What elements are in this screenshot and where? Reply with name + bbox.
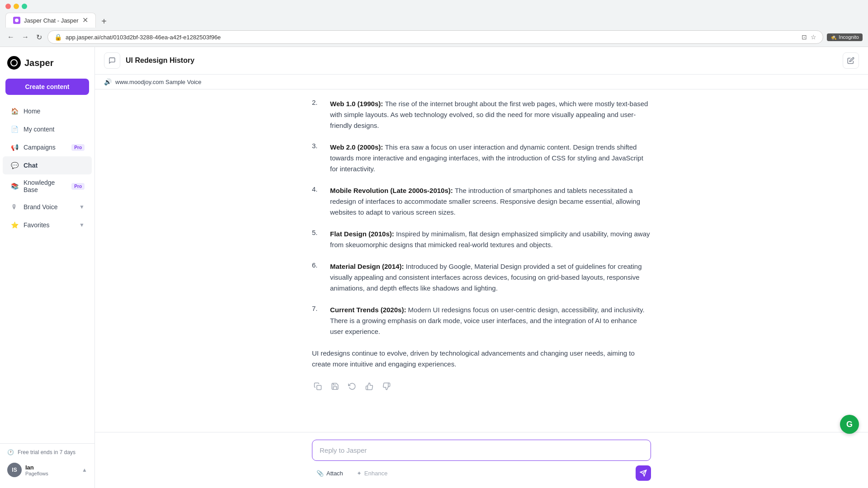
free-trial-notice: 🕐 Free trial ends in 7 days — [7, 449, 87, 455]
enhance-button[interactable]: ✦ Enhance — [352, 467, 392, 479]
create-content-button[interactable]: Create content — [5, 79, 89, 95]
item-title: Current Trends (2020s): — [330, 306, 408, 314]
user-avatar: IS — [7, 463, 22, 477]
header-left: UI Redesign History — [104, 52, 194, 69]
forward-button[interactable]: → — [20, 31, 31, 43]
retry-button[interactable] — [346, 380, 358, 394]
user-info[interactable]: IS Ian Pageflows ▲ — [7, 463, 87, 477]
svg-rect-0 — [317, 385, 321, 390]
item-content: Current Trends (2020s): Modern UI redesi… — [330, 305, 651, 337]
brand-voice-icon: 🎙 — [10, 202, 19, 211]
chat-content: 2. Web 1.0 (1990s): The rise of the inte… — [312, 99, 651, 405]
favorites-label: Favorites — [24, 221, 75, 229]
grammarly-icon: G — [846, 420, 853, 429]
item-title: Flat Design (2010s): — [330, 230, 396, 238]
input-area: Reply to Jasper 📎 Attach ✦ Enhance — [95, 432, 868, 488]
save-button[interactable] — [329, 380, 341, 394]
voice-logo-icon: 🔊 — [104, 78, 112, 85]
brand-voice-expand-icon: ▼ — [79, 204, 85, 210]
edit-button[interactable] — [843, 52, 859, 69]
grammarly-badge[interactable]: G — [840, 415, 859, 434]
sidebar-item-my-content[interactable]: 📄 My content — [3, 120, 92, 138]
attach-button[interactable]: 📎 Attach — [312, 467, 348, 479]
incognito-label: Incognito — [839, 34, 859, 40]
jasper-logo-icon — [7, 56, 21, 70]
copy-button[interactable] — [312, 380, 324, 394]
address-bar-actions: ⊡ ☆ — [802, 33, 816, 41]
list-item: 7. Current Trends (2020s): Modern UI red… — [312, 305, 651, 337]
reply-input-wrapper: Reply to Jasper 📎 Attach ✦ Enhance — [312, 440, 651, 481]
item-number: 6. — [312, 261, 323, 294]
active-tab[interactable]: Jasper Chat - Jasper ✕ — [5, 13, 96, 28]
thumbs-up-button[interactable] — [363, 380, 375, 394]
sidebar-item-home[interactable]: 🏠 Home — [3, 102, 92, 120]
main-header: UI Redesign History — [95, 47, 868, 75]
user-company: Pageflows — [25, 471, 48, 476]
chat-area[interactable]: 2. Web 1.0 (1990s): The rise of the inte… — [95, 89, 868, 432]
item-number: 2. — [312, 99, 323, 131]
list-item: 2. Web 1.0 (1990s): The rise of the inte… — [312, 99, 651, 131]
my-content-label: My content — [24, 126, 85, 133]
campaigns-pro-badge: Pro — [71, 144, 85, 151]
user-name: Ian — [25, 464, 48, 471]
cast-icon: ⊡ — [802, 33, 807, 41]
chat-icon: 💬 — [10, 161, 19, 170]
knowledge-icon: 📚 — [10, 182, 19, 191]
sidebar-nav: 🏠 Home 📄 My content 📢 Campaigns Pro 💬 Ch… — [0, 102, 94, 234]
user-details: Ian Pageflows — [25, 464, 48, 476]
sidebar-item-chat[interactable]: 💬 Chat — [3, 156, 92, 174]
main-content: UI Redesign History 🔊 www.moodjoy.com Sa… — [95, 47, 868, 488]
list-item: 6. Material Design (2014): Introduced by… — [312, 261, 651, 294]
minimize-button[interactable] — [14, 4, 19, 9]
incognito-badge: 🕵 Incognito — [827, 33, 863, 41]
home-icon: 🏠 — [10, 107, 19, 116]
file-icon: 📄 — [10, 125, 19, 134]
bookmark-icon: ☆ — [811, 33, 816, 41]
address-bar[interactable]: 🔒 app.jasper.ai/chat/0103d2bf-3288-46ea-… — [47, 30, 823, 44]
campaigns-icon: 📢 — [10, 143, 19, 152]
tab-title: Jasper Chat - Jasper — [24, 17, 79, 24]
chat-label: Chat — [24, 162, 85, 169]
favorites-icon: ⭐ — [10, 221, 19, 230]
item-title: Mobile Revolution (Late 2000s-2010s): — [330, 187, 455, 194]
attach-label: Attach — [326, 470, 343, 477]
list-item: 3. Web 2.0 (2000s): This era saw a focus… — [312, 142, 651, 174]
sidebar-toggle-button[interactable] — [104, 52, 120, 69]
item-number: 7. — [312, 305, 323, 337]
home-label: Home — [24, 108, 85, 115]
item-title: Material Design (2014): — [330, 263, 406, 270]
sidebar-item-brand-voice[interactable]: 🎙 Brand Voice ▼ — [3, 198, 92, 216]
reload-button[interactable]: ↻ — [34, 31, 44, 43]
url-display: app.jasper.ai/chat/0103d2bf-3288-46ea-a4… — [66, 34, 798, 41]
back-button[interactable]: ← — [5, 31, 16, 43]
sidebar-bottom: 🕐 Free trial ends in 7 days IS Ian Pagef… — [0, 443, 94, 483]
page-title: UI Redesign History — [126, 56, 194, 65]
maximize-button[interactable] — [22, 4, 27, 9]
sidebar-item-favorites[interactable]: ⭐ Favorites ▼ — [3, 216, 92, 234]
lock-icon: 🔒 — [54, 33, 62, 41]
sidebar-item-knowledge-base[interactable]: 📚 Knowledge Base Pro — [3, 174, 92, 198]
user-initials: IS — [12, 467, 17, 473]
list-item: 5. Flat Design (2010s): Inspired by mini… — [312, 229, 651, 250]
thumbs-down-button[interactable] — [381, 380, 392, 394]
incognito-icon: 🕵 — [830, 34, 837, 40]
brand-voice-label: Brand Voice — [24, 203, 75, 211]
send-button[interactable] — [636, 465, 651, 481]
user-menu-icon: ▲ — [82, 467, 87, 473]
list-item: 4. Mobile Revolution (Late 2000s-2010s):… — [312, 185, 651, 218]
reply-input[interactable]: Reply to Jasper — [312, 440, 651, 461]
item-number: 4. — [312, 185, 323, 218]
close-button[interactable] — [5, 4, 11, 9]
new-tab-button[interactable]: + — [98, 15, 110, 28]
jasper-logo-text: Jasper — [24, 58, 54, 68]
item-number: 5. — [312, 229, 323, 250]
enhance-label: Enhance — [364, 470, 387, 477]
sidebar-item-campaigns[interactable]: 📢 Campaigns Pro — [3, 138, 92, 156]
content-list: 2. Web 1.0 (1990s): The rise of the inte… — [312, 99, 651, 337]
item-content: Mobile Revolution (Late 2000s-2010s): Th… — [330, 185, 651, 218]
tab-close-button[interactable]: ✕ — [82, 17, 88, 24]
tab-favicon — [13, 17, 20, 24]
item-title: Web 2.0 (2000s): — [330, 143, 385, 151]
tab-bar: Jasper Chat - Jasper ✕ + — [0, 13, 868, 28]
campaigns-label: Campaigns — [24, 144, 67, 151]
